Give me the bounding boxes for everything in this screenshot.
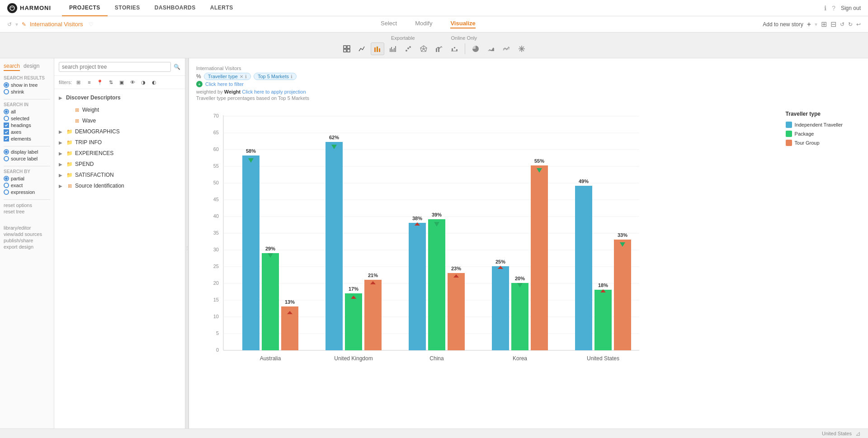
panel-icon-1[interactable]: ⊞ (821, 20, 827, 28)
display-label-item[interactable]: display label (4, 149, 50, 155)
grouped-bar-icon[interactable] (386, 42, 400, 55)
svg-text:21%: 21% (368, 273, 378, 278)
nav-alerts[interactable]: ALERTS (203, 0, 241, 16)
waterfall-icon[interactable] (448, 42, 461, 55)
traveller-type-info[interactable]: ℹ (245, 74, 247, 79)
projection-link[interactable]: Click here to apply projection (242, 89, 306, 94)
filter-grid-icon[interactable]: ⊞ (74, 78, 83, 87)
diff-chart-icon[interactable] (500, 42, 513, 55)
view-add-sources-link[interactable]: view/add sources (4, 231, 50, 237)
undo-btn[interactable]: ↺ (840, 21, 844, 28)
search-button[interactable]: 🔍 (174, 64, 180, 70)
search-input[interactable] (59, 62, 171, 72)
tree-item-wave[interactable]: ⊞ Wave (54, 115, 185, 126)
export-design-link[interactable]: export design (4, 244, 50, 250)
reset-tree-link[interactable]: reset tree (4, 209, 50, 214)
asterisk-icon[interactable] (515, 42, 528, 55)
resize-handle[interactable]: ⊿ (855, 430, 861, 437)
filter-pin-icon[interactable]: 📍 (95, 78, 104, 87)
all-radio[interactable] (4, 109, 9, 114)
top-nav: HARMONI PROJECTS STORIES DASHBOARDS ALER… (0, 0, 868, 16)
top-markets-info[interactable]: ℹ (291, 74, 292, 79)
nav-dashboards[interactable]: DASHBOARDS (147, 0, 203, 16)
undo-icon[interactable]: ↺ (7, 21, 12, 28)
modify-tab[interactable]: Modify (415, 20, 432, 28)
combo-chart-icon[interactable] (432, 42, 446, 55)
demographics-label: DEMOGRAPHICS (75, 128, 120, 135)
sign-out-button[interactable]: Sign out (841, 5, 861, 11)
exact-radio[interactable] (4, 183, 9, 188)
show-in-tree-item[interactable]: show in tree (4, 82, 50, 88)
back-btn[interactable]: ↩ (856, 21, 861, 28)
nav-projects[interactable]: PROJECTS (62, 0, 108, 16)
edit-icon[interactable]: ✎ (22, 21, 26, 28)
info-icon[interactable]: ℹ (824, 5, 826, 12)
traveller-type-remove[interactable]: ✕ (240, 74, 243, 79)
favorite-icon[interactable]: ♡ (89, 21, 94, 28)
headings-checkbox[interactable] (4, 122, 9, 128)
partial-radio[interactable] (4, 176, 9, 181)
shrink-radio[interactable] (4, 89, 9, 94)
help-icon[interactable]: ? (832, 5, 835, 12)
panel-resize-handle[interactable]: ⋮ (185, 58, 189, 438)
tree-item-demographics[interactable]: ▶ 📁 DEMOGRAPHICS (54, 126, 185, 137)
click-to-filter[interactable]: Click here to filter (205, 81, 244, 87)
source-label-radio[interactable] (4, 156, 9, 161)
tree-item-spend[interactable]: ▶ 📁 SPEND (54, 159, 185, 170)
svg-rect-3 (344, 49, 346, 52)
panel-icon-2[interactable]: ⊟ (830, 20, 836, 28)
stacked-area-icon[interactable] (484, 42, 498, 55)
elements-item[interactable]: elements (4, 136, 50, 141)
discover-header[interactable]: ▶ Discover Descriptors (59, 93, 180, 103)
tree-item-source-id[interactable]: ▶ ⊞ Source Identification (54, 180, 185, 191)
spider-icon[interactable] (417, 42, 430, 55)
publish-share-link[interactable]: publish/share (4, 238, 50, 243)
bar-chart-icon[interactable] (371, 42, 384, 55)
source-label-item[interactable]: source label (4, 156, 50, 161)
nav-stories[interactable]: STORIES (108, 0, 147, 16)
display-label-radio[interactable] (4, 149, 9, 155)
library-editor-link[interactable]: library/editor (4, 225, 50, 231)
grid-icon[interactable] (340, 42, 354, 55)
reset-options-link[interactable]: reset options (4, 203, 50, 208)
selected-radio[interactable] (4, 116, 9, 121)
filter-adjust-icon[interactable]: ◐ (150, 78, 159, 87)
line-chart-icon[interactable] (355, 42, 369, 55)
filter-eye-icon[interactable]: 👁 (128, 78, 137, 87)
svg-text:40: 40 (213, 213, 219, 219)
expression-radio[interactable] (4, 189, 9, 195)
filter-contrast-icon[interactable]: ◑ (139, 78, 148, 87)
select-tab[interactable]: Select (381, 20, 397, 28)
tree-item-weight[interactable]: ⊞ Weight (54, 104, 185, 115)
shrink-item[interactable]: shrink (4, 89, 50, 94)
svg-text:17%: 17% (349, 286, 359, 292)
exact-item[interactable]: exact (4, 183, 50, 188)
add-filter-button[interactable]: + (196, 81, 203, 87)
search-in-section: search in all selected headings axes ele… (4, 102, 50, 141)
partial-item[interactable]: partial (4, 176, 50, 181)
filter-box-icon[interactable]: ▣ (117, 78, 126, 87)
search-tab[interactable]: search (4, 63, 20, 71)
elements-checkbox[interactable] (4, 136, 9, 141)
tree-item-experiences[interactable]: ▶ 📁 EXPERIENCES (54, 148, 185, 159)
design-tab[interactable]: design (24, 63, 39, 71)
filter-list-icon[interactable]: ≡ (85, 78, 94, 87)
show-in-tree-radio[interactable] (4, 82, 9, 88)
add-story-plus[interactable]: + (807, 20, 811, 28)
visualize-tab[interactable]: Visualize (450, 20, 475, 28)
axes-checkbox[interactable] (4, 129, 9, 135)
headings-item[interactable]: headings (4, 122, 50, 128)
tree-item-trip-info[interactable]: ▶ 📁 TRIP INFO (54, 137, 185, 148)
filter-sort-icon[interactable]: ⇅ (106, 78, 115, 87)
selected-item[interactable]: selected (4, 116, 50, 121)
svg-text:5: 5 (216, 330, 219, 336)
tree-item-satisfaction[interactable]: ▶ 📁 SATISFACTION (54, 170, 185, 180)
axes-item[interactable]: axes (4, 129, 50, 135)
pie-chart-icon[interactable] (469, 42, 482, 55)
top-markets-pill[interactable]: Top 5 Markets ℹ (254, 73, 297, 80)
traveller-type-pill[interactable]: Traveller type ✕ ℹ (204, 73, 251, 80)
expression-item[interactable]: expression (4, 189, 50, 195)
scatter-icon[interactable] (401, 42, 415, 55)
redo-btn[interactable]: ↻ (848, 21, 853, 28)
all-item[interactable]: all (4, 109, 50, 114)
